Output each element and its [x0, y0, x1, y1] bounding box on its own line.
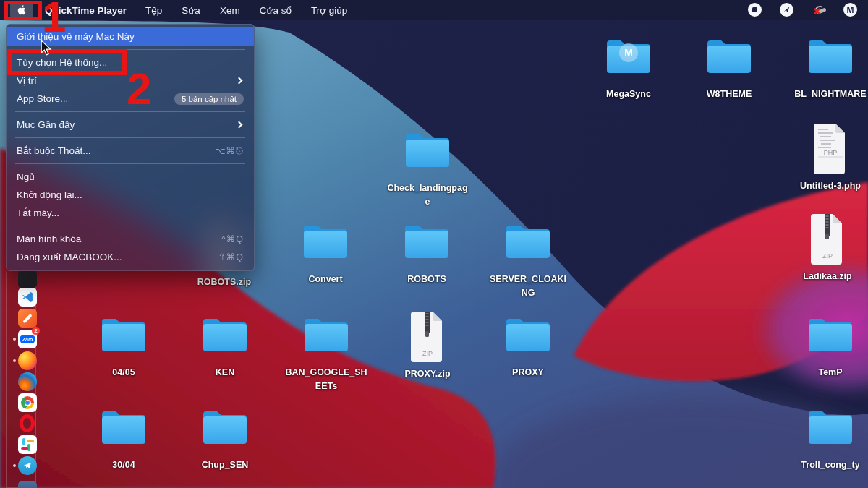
desktop-icon-w8theme[interactable]: W8THEME	[687, 34, 771, 101]
dock: Zalo2	[6, 266, 36, 488]
desktop-screen: MMegaSyncW8THEMEBL_NIGHTMARECheck_landin…	[0, 0, 868, 488]
desktop-icon-label: BAN_GOOGLE_SHEETs	[285, 366, 367, 394]
location-arrow-icon[interactable]	[780, 3, 794, 17]
apple-menu-item-b-t-bu-c-tho-t[interactable]: Bắt buộc Thoát...⌥⌘⎋	[7, 142, 254, 160]
menu-item-label: Bắt buộc Thoát...	[17, 145, 91, 156]
folder-icon	[202, 312, 248, 353]
desktop-icon-label: ROBOTS	[386, 273, 468, 286]
dock-app-pen-app[interactable]	[18, 309, 37, 328]
zip-file-icon: ZIP	[409, 311, 446, 363]
dock-app-firefox-dev[interactable]	[18, 372, 37, 391]
dock-app-vscode[interactable]	[18, 288, 37, 307]
desktop-icon-label: KEN	[184, 366, 266, 380]
desktop-icon-30-04[interactable]: 30/04	[82, 405, 166, 472]
desktop-icon-ken[interactable]: KEN	[183, 312, 267, 380]
updates-badge: 5 bản cập nhật	[174, 93, 244, 105]
megasync-badge-icon: M	[619, 43, 638, 62]
keyboard-shortcut: ^⌘Q	[221, 234, 244, 244]
menu-item-label: Đăng xuất MACBOOK...	[17, 252, 122, 262]
apple-menu-item-ng[interactable]: Ngủ	[7, 168, 254, 186]
status-icon-tray: M	[748, 0, 858, 20]
desktop-icon-label: MegaSync	[587, 87, 670, 101]
annotation-step-1: 1	[42, 0, 66, 39]
folder-icon	[505, 219, 551, 260]
desktop-icon-label: Untitled-3.php	[789, 179, 868, 193]
apple-menu-item-m-n-h-nh-kh-a[interactable]: Màn hình khóa^⌘Q	[7, 230, 254, 248]
menu-separator	[15, 226, 245, 226]
mega-icon[interactable]: M	[843, 3, 858, 17]
desktop-icon-server-cloaking[interactable]: SERVER_CLOAKING	[486, 219, 570, 301]
desktop-icon-label: SERVER_CLOAKING	[487, 273, 569, 301]
folder-icon	[505, 312, 551, 353]
dock-app-slack[interactable]	[18, 435, 37, 454]
menu-separator	[15, 163, 245, 164]
apple-menu-item-m-c-g-n-y[interactable]: Mục Gần đây	[7, 116, 254, 134]
menu-bar-item-tr-gi-p[interactable]: Trợ giúp	[311, 5, 347, 16]
desktop-icon-label: Troll_cong_ty	[789, 458, 868, 472]
desktop-icon-label: W8THEME	[688, 87, 770, 101]
folder-icon	[706, 34, 752, 74]
zip-file-icon: ZIP	[809, 213, 846, 265]
menu-item-label: Vị trí	[17, 75, 37, 86]
desktop-icon-label: PROXY.zip	[386, 367, 469, 381]
mouse-cursor	[40, 40, 52, 56]
desktop-icon-label: TemP	[789, 366, 868, 380]
desktop-icon-label: Chup_SEN	[184, 458, 266, 472]
php-file-icon: PHP	[812, 123, 848, 175]
desktop-icon-label: ROBOTS.zip	[183, 275, 265, 289]
apple-menu-item-ng-xu-t-macbook[interactable]: Đăng xuất MACBOOK...⇧⌘Q	[7, 248, 254, 266]
desktop-icon-label: Check_landingpage	[386, 181, 469, 210]
desktop-icon-label: 04/05	[82, 366, 165, 380]
menu-separator	[15, 137, 245, 138]
dock-app-opera[interactable]	[18, 414, 37, 433]
desktop-icon-label: 30/04	[82, 458, 165, 472]
annotation-box-apple	[4, 1, 42, 20]
desktop-icon-chup-sen[interactable]: Chup_SEN	[183, 405, 267, 472]
menu-bar: QuickTime Player TệpSửaXemCửa sổTrợ giúp…	[0, 0, 868, 20]
desktop-icon-label: Convert	[284, 273, 367, 286]
desktop-icon-robots[interactable]: ROBOTS	[385, 219, 469, 286]
apple-menu-item-t-t-m-y[interactable]: Tắt máy...	[7, 204, 254, 222]
svg-text:ZIP: ZIP	[422, 350, 433, 357]
dock-app-unknown-app[interactable]	[18, 270, 37, 288]
dock-app-firefox[interactable]	[18, 351, 37, 370]
desktop-icon-convert[interactable]: Convert	[284, 219, 367, 286]
desktop-icon-check-landingpage[interactable]: Check_landingpage	[386, 128, 469, 210]
menu-bar-item-s-a[interactable]: Sửa	[182, 5, 200, 16]
dock-app-chrome[interactable]	[18, 393, 37, 412]
folder-icon	[101, 312, 147, 353]
folder-icon: M	[605, 34, 652, 74]
menu-bar-item-t-p[interactable]: Tệp	[145, 5, 162, 16]
desktop-icon-04-05[interactable]: 04/05	[82, 312, 166, 380]
menu-bar-item-c-a-s[interactable]: Cửa sổ	[260, 5, 292, 16]
desktop-icon-label: PROXY	[487, 366, 569, 380]
desktop-icon-ban-google-sheets[interactable]: BAN_GOOGLE_SHEETs	[284, 312, 368, 394]
desktop-icon-proxy[interactable]: PROXY	[486, 312, 570, 380]
running-indicator-dot	[13, 359, 16, 362]
annotation-box-system-preferences	[7, 49, 127, 75]
desktop-icon-bl-nightmare[interactable]: BL_NIGHTMARE	[788, 34, 868, 101]
desktop-icon-proxy-zip[interactable]: ZIPPROXY.zip	[386, 311, 469, 381]
folder-icon	[202, 405, 248, 445]
menu-bar-item-xem[interactable]: Xem	[220, 5, 240, 16]
desktop-icon-temp[interactable]: TemP	[788, 312, 868, 380]
apple-menu-item-kh-i-ng-l-i[interactable]: Khởi động lại...	[7, 186, 254, 204]
desktop-icon-megasync[interactable]: MMegaSync	[587, 34, 671, 101]
running-indicator-dot	[13, 464, 16, 467]
menu-item-label: Tắt máy...	[17, 207, 59, 218]
desktop-icon-label: Ladikaa.zip	[786, 270, 868, 283]
svg-text:ZIP: ZIP	[822, 252, 833, 260]
desktop-icon-ladikaa-zip[interactable]: ZIPLadikaa.zip	[786, 213, 868, 283]
folder-icon	[303, 312, 349, 353]
menu-item-label: Màn hình khóa	[17, 234, 81, 244]
record-stop-icon[interactable]	[748, 3, 762, 17]
folder-icon	[101, 405, 147, 445]
submenu-chevron-icon	[236, 121, 243, 129]
wifi-adapter-error-icon[interactable]	[812, 3, 826, 17]
desktop-icon-troll-cong-ty[interactable]: Troll_cong_ty	[788, 405, 868, 472]
dock-app-zalo[interactable]: Zalo2	[18, 330, 37, 348]
dock-app-partial-app[interactable]	[18, 481, 37, 488]
desktop-icon-label: BL_NIGHTMARE	[789, 87, 868, 101]
dock-app-telegram[interactable]	[18, 456, 37, 475]
desktop-icon-untitled-3-php[interactable]: PHPUntitled-3.php	[788, 123, 868, 193]
